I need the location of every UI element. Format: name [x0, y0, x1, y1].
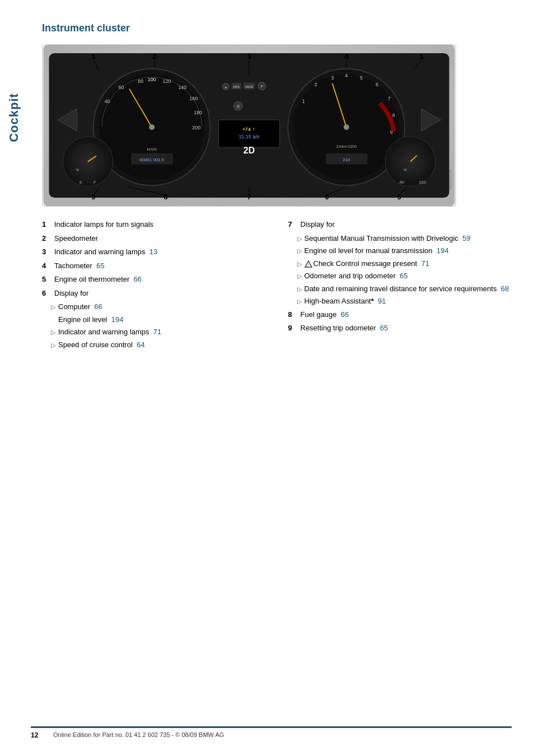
svg-text:km/h: km/h: [147, 147, 157, 152]
svg-text:2: 2: [153, 52, 157, 60]
link-6-1[interactable]: 66: [94, 302, 102, 311]
sidebar: Cockpit: [0, 34, 28, 202]
svg-text:½: ½: [404, 168, 407, 172]
svg-text:E: E: [79, 180, 82, 184]
svg-text:3: 3: [247, 52, 251, 60]
arrow-icon-7-5: ▷: [297, 283, 302, 295]
right-description-column: 7 Display for ▷ Sequential Manual Transm…: [288, 219, 512, 352]
page-number: 12: [31, 731, 48, 739]
item-num-5: 5: [42, 274, 52, 285]
sub-text-6-3: Speed of cruise control 64: [58, 339, 266, 351]
sub-item-6-engine: ▷ Engine oil level 194: [51, 314, 266, 325]
svg-text:11:15 am: 11:15 am: [238, 134, 259, 139]
svg-text:•74 ↑: •74 ↑: [243, 126, 255, 132]
svg-text:5: 5: [360, 75, 363, 81]
svg-text:⚙: ⚙: [236, 104, 240, 109]
arrow-icon-7-6: ▷: [297, 296, 302, 307]
svg-text:8: 8: [392, 113, 395, 118]
arrow-icon-7-3: ▷: [297, 258, 302, 269]
desc-item-9: 9 Resetting trip odometer 65: [288, 323, 512, 334]
link-7-3[interactable]: 71: [421, 259, 429, 268]
warning-triangle-icon: !: [305, 260, 312, 268]
svg-text:1: 1: [91, 52, 95, 60]
svg-text:160: 160: [419, 180, 427, 185]
page-title: Instrument cluster: [42, 22, 512, 34]
arrow-icon-7-1: ▷: [297, 233, 302, 244]
arrow-icon-7-2: ▷: [297, 245, 302, 256]
arrow-icon-6-2: ▷: [51, 326, 55, 338]
link-3[interactable]: 13: [149, 248, 157, 256]
svg-text:2: 2: [315, 82, 317, 87]
svg-text:!: !: [308, 263, 309, 267]
svg-text:200: 200: [192, 125, 200, 130]
link-7-5[interactable]: 68: [501, 284, 509, 293]
link-6-engine[interactable]: 194: [111, 315, 124, 324]
item-text-2: Speedometer: [54, 233, 266, 244]
sub-item-7-2: ▷ Engine oil level for manual transmissi…: [297, 245, 512, 256]
desc-item-2: 2 Speedometer: [42, 233, 266, 244]
svg-text:80: 80: [138, 78, 143, 84]
desc-item-7: 7 Display for: [288, 219, 512, 230]
footer-text: Online Edition for Part no. 01 41 2 602 …: [53, 731, 224, 738]
item-text-4: Tachometer 65: [54, 260, 266, 272]
item-num-7: 7: [288, 219, 298, 230]
link-7-4[interactable]: 65: [400, 272, 407, 280]
sub-text-6-2: Indicator and warning lamps 71: [58, 326, 266, 338]
link-7-6[interactable]: 91: [378, 297, 386, 305]
svg-text:9: 9: [91, 193, 95, 201]
sub-item-7-1: ▷ Sequential Manual Transmission with Dr…: [297, 233, 512, 244]
link-5[interactable]: 66: [134, 275, 142, 283]
svg-text:210: 210: [343, 157, 350, 162]
svg-text:100: 100: [148, 77, 156, 82]
svg-text:4: 4: [344, 52, 349, 60]
sub-text-7-6: High-beam Assistant* 91: [305, 296, 512, 307]
arrow-icon-6-3: ▷: [51, 339, 55, 351]
svg-text:60: 60: [119, 85, 124, 90]
svg-text:1: 1: [302, 99, 305, 104]
link-7-2[interactable]: 194: [437, 246, 449, 255]
svg-text:WC20850UM: WC20850UM: [449, 170, 452, 190]
sub-item-7-3: ▷ ! Check Control message present 71: [297, 258, 512, 269]
sidebar-label: Cockpit: [7, 93, 21, 142]
item-text-5: Engine oil thermometer 66: [54, 274, 266, 285]
link-8[interactable]: 66: [341, 310, 349, 319]
desc-item-5: 5 Engine oil thermometer 66: [42, 274, 266, 285]
svg-text:180: 180: [194, 110, 202, 115]
svg-text:½: ½: [76, 168, 79, 172]
svg-text:140: 140: [178, 85, 186, 90]
sub-text-7-4: Odometer and trip odometer 65: [305, 270, 512, 282]
link-4[interactable]: 65: [96, 262, 104, 270]
svg-text:8: 8: [163, 193, 167, 201]
sub-list-6: ▷ Computer 66 ▷ Engine oil level 194 ▷ I…: [51, 301, 266, 350]
main-content: Instrument cluster: [31, 0, 534, 375]
arrow-icon-7-4: ▷: [297, 270, 302, 282]
item-num-6: 6: [42, 288, 52, 299]
svg-text:40: 40: [105, 99, 110, 104]
svg-text:40: 40: [399, 180, 404, 185]
item-num-8: 8: [288, 309, 298, 320]
item-text-8: Fuel gauge 66: [301, 309, 512, 320]
svg-text:5: 5: [397, 193, 401, 201]
sub-item-6-1: ▷ Computer 66: [51, 301, 266, 312]
item-num-3: 3: [42, 246, 52, 258]
desc-item-6: 6 Display for: [42, 288, 266, 299]
link-7-1[interactable]: 59: [462, 234, 470, 242]
item-num-1: 1: [42, 219, 52, 230]
svg-text:P: P: [260, 84, 263, 89]
desc-item-1: 1 Indicator lamps for turn signals: [42, 219, 266, 230]
item-text-7: Display for: [301, 219, 512, 230]
sub-item-6-3: ▷ Speed of cruise control 64: [51, 339, 266, 351]
svg-text:160: 160: [189, 96, 198, 101]
sub-text-7-1: Sequential Manual Transmission with Driv…: [305, 233, 512, 244]
link-6-2[interactable]: 71: [153, 328, 161, 336]
sub-text-6-engine: Engine oil level 194: [58, 314, 266, 325]
svg-text:1: 1: [419, 52, 423, 60]
item-num-2: 2: [42, 233, 52, 244]
sub-item-7-4: ▷ Odometer and trip odometer 65: [297, 270, 512, 282]
svg-text:MDM: MDM: [245, 85, 253, 88]
footer: 12 Online Edition for Part no. 01 41 2 6…: [31, 726, 512, 739]
sub-text-6-1: Computer 66: [58, 301, 266, 312]
link-9[interactable]: 65: [380, 324, 388, 332]
link-6-3[interactable]: 64: [137, 340, 144, 349]
instrument-cluster-image: 40 60 80 100 120 140 160 180 200 km/h 00…: [42, 44, 456, 207]
